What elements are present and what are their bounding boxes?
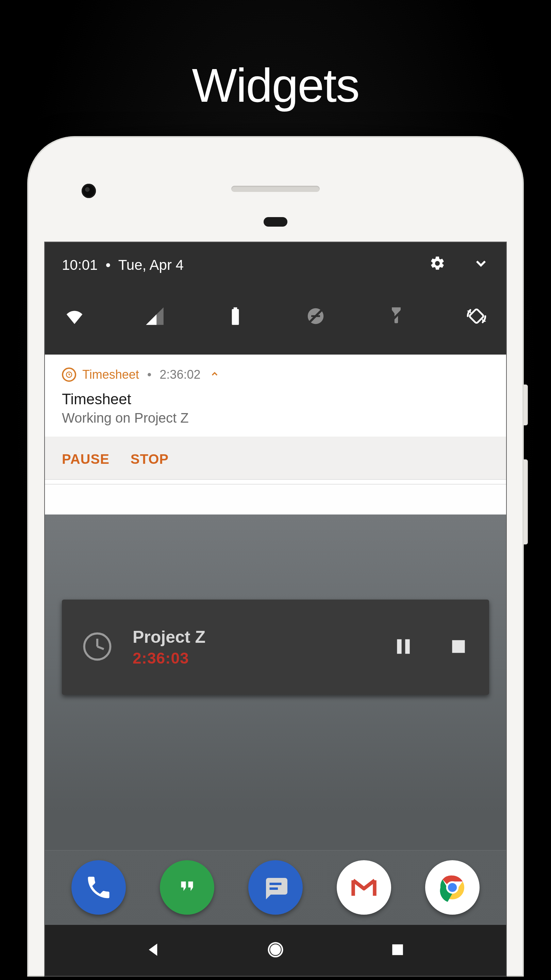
- front-camera: [82, 184, 96, 198]
- widget-texts: Project Z 2:36:03: [133, 627, 359, 667]
- wifi-icon[interactable]: [64, 305, 85, 328]
- statusbar-date: Tue, Apr 4: [118, 257, 184, 273]
- notification-card[interactable]: Timesheet • 2:36:02 Timesheet Working on…: [45, 355, 506, 437]
- notification-app-name: Timesheet: [82, 368, 139, 382]
- flashlight-icon[interactable]: [386, 305, 407, 328]
- svg-rect-9: [397, 640, 401, 654]
- gear-icon[interactable]: [429, 255, 446, 275]
- pause-button[interactable]: PAUSE: [62, 452, 110, 467]
- hangouts-app-icon[interactable]: [160, 860, 214, 915]
- speaker-slot: [231, 186, 320, 192]
- navigation-bar: [45, 925, 506, 976]
- notification-title: Timesheet: [62, 391, 489, 408]
- notification-actions: PAUSE STOP: [45, 437, 506, 479]
- notification-shade-header[interactable]: 10:01 • Tue, Apr 4: [45, 242, 506, 355]
- statusbar-clock: 10:01 • Tue, Apr 4: [62, 257, 184, 273]
- sensor-pill: [264, 217, 287, 227]
- dock: [45, 850, 506, 925]
- quick-settings-row: [62, 305, 489, 328]
- notification-elapsed: 2:36:02: [159, 368, 200, 382]
- phone-screen: 10:01 • Tue, Apr 4: [44, 242, 507, 977]
- svg-rect-11: [452, 640, 465, 653]
- svg-rect-10: [405, 640, 410, 654]
- svg-line-8: [97, 646, 104, 649]
- phone-side-button-power: [524, 385, 528, 425]
- widget-pause-button[interactable]: [392, 636, 414, 659]
- chevron-down-icon[interactable]: [473, 255, 489, 275]
- cellular-icon[interactable]: [144, 305, 165, 328]
- chrome-app-icon[interactable]: [425, 860, 480, 915]
- phone-bezel-top: [44, 156, 507, 242]
- battery-icon[interactable]: [225, 305, 246, 328]
- clock-icon: [82, 631, 113, 663]
- svg-point-19: [271, 945, 280, 955]
- page-title: Widgets: [0, 58, 551, 113]
- phone-side-button-volume: [524, 460, 528, 544]
- widget-timer: 2:36:03: [133, 649, 359, 667]
- svg-rect-13: [270, 888, 278, 890]
- gmail-app-icon[interactable]: [337, 860, 391, 915]
- statusbar-time: 10:01: [62, 257, 98, 273]
- phone-app-icon[interactable]: [71, 860, 126, 915]
- widget-stop-button[interactable]: [448, 636, 469, 659]
- chevron-up-icon[interactable]: [210, 368, 219, 382]
- widget-project-name: Project Z: [133, 627, 359, 647]
- timesheet-app-icon: [62, 368, 76, 382]
- svg-rect-20: [392, 944, 403, 955]
- stop-button[interactable]: STOP: [130, 452, 169, 467]
- shade-handle[interactable]: [45, 479, 506, 485]
- nav-recents-button[interactable]: [388, 940, 407, 960]
- timesheet-widget[interactable]: Project Z 2:36:03: [62, 600, 489, 695]
- nav-home-button[interactable]: [266, 940, 285, 960]
- svg-rect-4: [469, 309, 484, 324]
- notification-subtitle: Working on Project Z: [62, 410, 489, 426]
- messages-app-icon[interactable]: [248, 860, 303, 915]
- dnd-icon[interactable]: [305, 305, 326, 328]
- auto-rotate-icon[interactable]: [466, 305, 487, 328]
- nav-back-button[interactable]: [144, 940, 163, 960]
- phone-frame: 10:01 • Tue, Apr 4: [27, 136, 524, 977]
- svg-rect-12: [270, 883, 282, 885]
- notification-header[interactable]: Timesheet • 2:36:02: [62, 368, 489, 382]
